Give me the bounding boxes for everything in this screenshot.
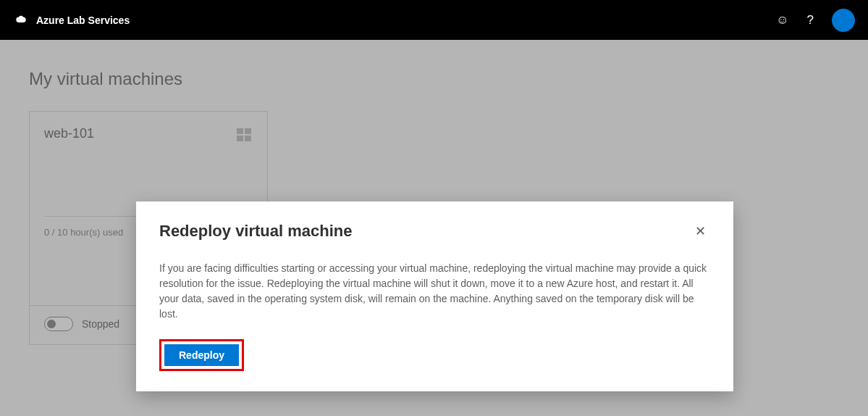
top-bar: Azure Lab Services ☺ ? [0, 0, 868, 40]
dialog-body: If you are facing difficulties starting … [159, 261, 710, 322]
dialog-header: Redeploy virtual machine ✕ [159, 222, 710, 241]
help-icon[interactable]: ? [807, 13, 814, 28]
app-logo-icon [13, 14, 29, 27]
feedback-icon[interactable]: ☺ [776, 13, 788, 28]
dialog-title: Redeploy virtual machine [159, 222, 353, 241]
redeploy-dialog: Redeploy virtual machine ✕ If you are fa… [136, 201, 733, 391]
redeploy-highlight: Redeploy [159, 339, 244, 371]
close-icon: ✕ [695, 224, 706, 238]
top-bar-left: Azure Lab Services [13, 14, 130, 27]
top-bar-right: ☺ ? [776, 9, 855, 32]
close-button[interactable]: ✕ [691, 222, 710, 241]
brand-text: Azure Lab Services [36, 14, 130, 26]
avatar[interactable] [832, 9, 855, 32]
redeploy-button[interactable]: Redeploy [164, 344, 239, 366]
